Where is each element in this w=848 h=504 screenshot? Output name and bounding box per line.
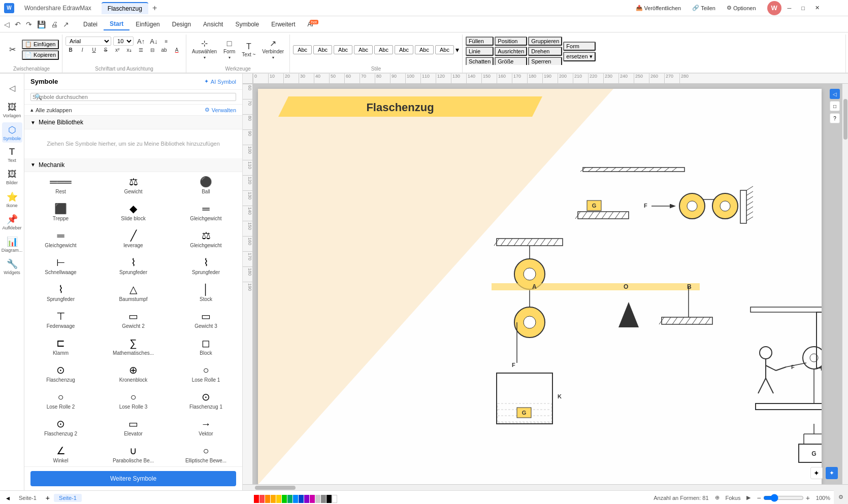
zoom-slider[interactable] bbox=[763, 494, 804, 502]
sidebar-nav-text[interactable]: T Text bbox=[2, 145, 22, 165]
right-panel-btn1[interactable]: □ bbox=[830, 101, 840, 111]
symbol-kronenblock[interactable]: ⊕Kronenblock bbox=[97, 360, 170, 387]
color-swatch-orange1[interactable] bbox=[265, 495, 270, 503]
color-swatch-white[interactable] bbox=[332, 495, 337, 503]
tab-design[interactable]: Design bbox=[166, 19, 197, 30]
zoom-out-btn[interactable]: − bbox=[757, 494, 761, 502]
style-6[interactable]: Abc bbox=[415, 45, 434, 54]
style-1[interactable]: Abc bbox=[313, 45, 332, 54]
redo-btn[interactable]: ↷ bbox=[24, 19, 34, 29]
back-btn[interactable]: ◁ bbox=[2, 19, 12, 29]
color-swatch-magenta[interactable] bbox=[310, 495, 315, 503]
symbol-leverage[interactable]: ╱leverage bbox=[97, 226, 170, 253]
style-4[interactable]: Abc bbox=[374, 45, 393, 54]
style-3[interactable]: Abc bbox=[354, 45, 373, 54]
sidebar-nav-aufkleber[interactable]: 📌 Aufkleber bbox=[2, 212, 22, 232]
style-5[interactable]: Abc bbox=[395, 45, 413, 54]
symbol-winkel[interactable]: ∠Winkel bbox=[24, 441, 97, 467]
symbol-mathematik[interactable]: ∑Mathematisches... bbox=[97, 333, 170, 360]
symbol-vektor[interactable]: →Vektor bbox=[170, 414, 242, 441]
subscript-btn[interactable]: x₂ bbox=[124, 47, 134, 53]
export-btn[interactable]: ↗ bbox=[61, 19, 71, 29]
share-btn[interactable]: 🔗 Teilen bbox=[688, 3, 720, 13]
color-swatch-gray[interactable] bbox=[315, 495, 320, 503]
color-swatch-purple[interactable] bbox=[304, 495, 309, 503]
sidebar-nav-widgets[interactable]: 🔧 Widgets bbox=[2, 256, 22, 277]
increase-font-btn[interactable]: A↑ bbox=[136, 37, 146, 46]
symbol-gleichgew3[interactable]: ⚖Gleichgewicht bbox=[170, 226, 242, 253]
cut-btn[interactable]: ✂ bbox=[4, 44, 20, 55]
bold-btn[interactable]: B bbox=[66, 47, 76, 53]
text-style-btn[interactable]: ab bbox=[159, 47, 169, 53]
ai-symbol-btn[interactable]: ✦ AI Symbol bbox=[204, 78, 236, 85]
form-ersetzen-btn2[interactable]: ersetzen ▾ bbox=[563, 52, 595, 61]
sidebar-nav-symbole[interactable]: ⬡ Symbole bbox=[2, 122, 22, 143]
publish-btn[interactable]: 📤 Veröffentlichen bbox=[632, 3, 686, 13]
copy-btn[interactable]: 📄 Kopieren bbox=[22, 50, 59, 60]
list-btn[interactable]: ☰ bbox=[136, 47, 146, 53]
symbol-sprungf3[interactable]: ⌇Sprungfeder bbox=[24, 280, 97, 307]
section-meine-bibliothek[interactable]: ▼ Meine Bibliothek bbox=[24, 116, 242, 129]
symbol-block[interactable]: ◻Block bbox=[170, 333, 242, 360]
symbol-flaschenzug1[interactable]: ⊙Flaschenzug 1 bbox=[170, 387, 242, 414]
font-color-btn[interactable]: A bbox=[171, 47, 183, 53]
superscript-btn[interactable]: x² bbox=[112, 47, 122, 53]
auswahlen-btn[interactable]: ⊹ Auswählen ▾ bbox=[189, 38, 219, 61]
symbol-treppe[interactable]: ⬛Treppe bbox=[24, 199, 97, 226]
canvas-page[interactable]: Flaschenzug bbox=[258, 89, 822, 484]
tab-symbole[interactable]: Symbole bbox=[229, 19, 265, 30]
page-tab-1[interactable]: Seite-1 bbox=[14, 494, 42, 502]
color-swatch-darkblue[interactable] bbox=[299, 495, 304, 503]
symbol-loserolle3[interactable]: ○Lose Rolle 3 bbox=[97, 387, 170, 414]
underline-btn[interactable]: U bbox=[89, 47, 99, 53]
canvas-container[interactable]: Flaschenzug bbox=[253, 84, 848, 484]
right-panel-btn2[interactable]: ? bbox=[830, 113, 840, 123]
symbol-rest[interactable]: ═══Rest bbox=[24, 172, 97, 199]
text-align-btn[interactable]: ≡ bbox=[161, 38, 171, 45]
symbol-flaschenzug[interactable]: ⊙Flaschenzug bbox=[24, 360, 97, 387]
new-tab-btn[interactable]: + bbox=[152, 4, 157, 13]
tab-ansicht[interactable]: Ansicht bbox=[197, 19, 229, 30]
symbol-klamm[interactable]: ⊏Klamm bbox=[24, 333, 97, 360]
more-symbols-btn[interactable]: Weitere Symbole bbox=[30, 471, 236, 486]
symbol-baumstumpf[interactable]: △Baumstumpf bbox=[97, 280, 170, 307]
color-swatch-teal[interactable] bbox=[287, 495, 292, 503]
fullen-btn[interactable]: Füllen bbox=[466, 37, 494, 46]
schatten-btn[interactable]: Schatten bbox=[466, 57, 494, 65]
color-swatch-orange2[interactable] bbox=[271, 495, 276, 503]
symbol-slideblock[interactable]: ◆Slide block bbox=[97, 199, 170, 226]
page-tab-active[interactable]: Seite-1 bbox=[54, 494, 82, 502]
form-btn[interactable]: □ Form ▾ bbox=[221, 38, 238, 61]
tab-edrawmax[interactable]: Wondershare EdrawMax bbox=[18, 3, 97, 14]
section-mechanik[interactable]: ▼ Mechanik bbox=[24, 158, 242, 172]
font-size-select[interactable]: 10 bbox=[113, 37, 134, 46]
symbol-elevator[interactable]: ▭Elevator bbox=[97, 414, 170, 441]
sidebar-nav-ikone[interactable]: ⭐ Ikone bbox=[2, 189, 22, 210]
settings-bottom-btn[interactable]: ⚙ bbox=[834, 490, 848, 504]
color-swatch-red2[interactable] bbox=[259, 495, 265, 503]
sidebar-nav-diagram[interactable]: 📊 Diagram... bbox=[2, 234, 22, 254]
maximize-btn[interactable]: □ bbox=[797, 4, 809, 13]
style-7[interactable]: Abc bbox=[435, 45, 454, 54]
symbol-ball[interactable]: ⚫Ball bbox=[170, 172, 242, 199]
drehen-btn[interactable]: Drehen bbox=[528, 47, 562, 56]
zoom-in-btn[interactable]: + bbox=[806, 494, 810, 502]
vertical-scrollbar[interactable] bbox=[842, 84, 848, 484]
symbol-stock[interactable]: │Stock bbox=[170, 280, 242, 307]
symbol-schnellwaage[interactable]: ⊢Schnellwaage bbox=[24, 253, 97, 280]
tab-erweitert[interactable]: Erweitert bbox=[265, 19, 301, 30]
minimize-btn[interactable]: ─ bbox=[784, 4, 796, 13]
collapse-all-btn[interactable]: ▴ Alle zuklappen bbox=[30, 107, 72, 113]
page-prev-btn[interactable]: ◂ bbox=[6, 494, 10, 502]
style-0[interactable]: Abc bbox=[293, 45, 312, 54]
italic-btn[interactable]: I bbox=[77, 47, 87, 53]
symbol-gewicht2[interactable]: ▭Gewicht 2 bbox=[97, 307, 170, 333]
tab-datei[interactable]: Datei bbox=[77, 19, 104, 30]
symbol-gewicht[interactable]: ⚖Gewicht bbox=[97, 172, 170, 199]
color-swatch-darkgray[interactable] bbox=[321, 495, 326, 503]
symbol-gleichgew1[interactable]: ═Gleichgewicht bbox=[170, 199, 242, 226]
collapse-right-btn[interactable]: ◁ bbox=[830, 89, 840, 99]
style-2[interactable]: Abc bbox=[334, 45, 352, 54]
sperren-btn[interactable]: Sperren bbox=[528, 57, 562, 65]
add-page-btn[interactable]: + bbox=[46, 494, 50, 502]
